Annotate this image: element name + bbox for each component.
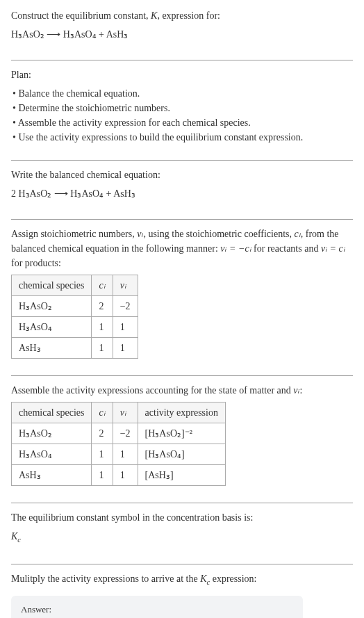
k: K <box>11 531 17 542</box>
balanced-section: Write the balanced chemical equation: 2 … <box>11 168 353 212</box>
initial-equation: H₃AsO₂ ⟶ H₃AsO₄ + AsH₃ <box>11 27 353 42</box>
cell-species: H₃AsO₄ <box>12 444 92 465</box>
txt: expression: <box>210 574 256 584</box>
answer-label: Answer: <box>21 603 293 617</box>
col-activity: activity expression <box>138 402 225 423</box>
table-row: AsH₃ 1 1 <box>12 338 138 359</box>
cell-ci: 1 <box>92 444 113 465</box>
cell-ci: 1 <box>92 338 113 359</box>
plan-section: Plan: • Balance the chemical equation. •… <box>11 67 353 153</box>
cell-species: H₃AsO₄ <box>12 317 92 338</box>
k: K <box>200 574 206 584</box>
txt: Assemble the activity expressions accoun… <box>11 385 293 396</box>
col-species: chemical species <box>12 275 92 296</box>
table-header-row: chemical species cᵢ νᵢ <box>12 275 138 296</box>
question-section: Construct the equilibrium constant, K, e… <box>11 8 353 53</box>
cell-ci: 2 <box>92 296 113 317</box>
rel2: νᵢ = cᵢ <box>321 243 345 254</box>
col-ci: cᵢ <box>92 402 113 423</box>
cell-nu: 1 <box>113 338 138 359</box>
txt: for reactants and <box>251 243 321 254</box>
nu-symbol: νᵢ <box>293 385 299 396</box>
balanced-heading: Write the balanced chemical equation: <box>11 168 353 182</box>
table-row: H₃AsO₄ 1 1 <box>12 317 138 338</box>
plan-bullet: • Assemble the activity expression for e… <box>13 115 353 130</box>
cell-ci: 1 <box>92 317 113 338</box>
cell-nu: −2 <box>113 296 138 317</box>
plan-heading: Plan: <box>11 67 353 82</box>
txt: , using the stoichiometric coefficients, <box>143 229 294 239</box>
cell-activity: [H₃AsO₄] <box>138 444 225 465</box>
multiply-heading: Mulitply the activity expressions to arr… <box>11 571 353 588</box>
txt: Mulitply the activity expressions to arr… <box>11 574 200 584</box>
activity-heading: Assemble the activity expressions accoun… <box>11 383 353 398</box>
divider <box>11 375 353 376</box>
activity-section: Assemble the activity expressions accoun… <box>11 383 353 496</box>
divider <box>11 60 353 60</box>
activity-table: chemical species cᵢ νᵢ activity expressi… <box>11 402 226 486</box>
cell-nu: 1 <box>113 444 138 465</box>
col-species: chemical species <box>12 402 92 423</box>
table-row: H₃AsO₄ 1 1 [H₃AsO₄] <box>12 444 226 465</box>
table-row: H₃AsO₂ 2 −2 [H₃AsO₂]⁻² <box>12 423 226 444</box>
ci-symbol: cᵢ <box>295 229 301 239</box>
table-header-row: chemical species cᵢ νᵢ activity expressi… <box>12 402 226 423</box>
table-row: AsH₃ 1 1 [AsH₃] <box>12 465 226 486</box>
cell-nu: −2 <box>113 423 138 444</box>
cell-nu: 1 <box>113 465 138 486</box>
divider <box>11 160 353 161</box>
plan-bullet: • Balance the chemical equation. <box>13 86 353 101</box>
cell-nu: 1 <box>113 317 138 338</box>
q-part2: , expression for: <box>157 10 220 21</box>
symbol-heading: The equilibrium constant symbol in the c… <box>11 510 353 525</box>
cell-ci: 2 <box>92 423 113 444</box>
rel1: νᵢ = −cᵢ <box>220 243 251 254</box>
cell-species: H₃AsO₂ <box>12 423 92 444</box>
col-ci: cᵢ <box>92 275 113 296</box>
divider <box>11 503 353 503</box>
question-text: Construct the equilibrium constant, K, e… <box>11 8 353 23</box>
answer-box: Answer: Kc = [H₃AsO₂]⁻² [H₃AsO₄] [AsH₃] … <box>11 596 303 618</box>
txt: Assign stoichiometric numbers, <box>11 229 137 239</box>
plan-bullet: • Use the activity expressions to build … <box>13 130 353 145</box>
divider <box>11 564 353 564</box>
k-symbol: K <box>151 10 157 21</box>
stoichiometric-table: chemical species cᵢ νᵢ H₃AsO₂ 2 −2 H₃AsO… <box>11 275 138 359</box>
symbol-section: The equilibrium constant symbol in the c… <box>11 510 353 557</box>
stoichiometric-section: Assign stoichiometric numbers, νᵢ, using… <box>11 227 353 368</box>
c-sub: c <box>17 536 21 544</box>
multiply-section: Mulitply the activity expressions to arr… <box>11 571 353 618</box>
cell-species: AsH₃ <box>12 338 92 359</box>
cell-activity: [H₃AsO₂]⁻² <box>138 423 225 444</box>
stoich-intro: Assign stoichiometric numbers, νᵢ, using… <box>11 227 353 270</box>
divider <box>11 219 353 220</box>
cell-activity: [AsH₃] <box>138 465 225 486</box>
txt: for products: <box>11 258 61 268</box>
balanced-equation: 2 H₃AsO₂ ⟶ H₃AsO₄ + AsH₃ <box>11 186 353 201</box>
txt: : <box>300 385 303 396</box>
cell-ci: 1 <box>92 465 113 486</box>
col-nu: νᵢ <box>113 275 138 296</box>
col-nu: νᵢ <box>113 402 138 423</box>
q-part1: Construct the equilibrium constant, <box>11 10 151 21</box>
table-row: H₃AsO₂ 2 −2 <box>12 296 138 317</box>
plan-list: • Balance the chemical equation. • Deter… <box>11 86 353 145</box>
plan-bullet: • Determine the stoichiometric numbers. <box>13 101 353 115</box>
cell-species: AsH₃ <box>12 465 92 486</box>
cell-species: H₃AsO₂ <box>12 296 92 317</box>
kc-symbol: Kc <box>11 529 353 546</box>
